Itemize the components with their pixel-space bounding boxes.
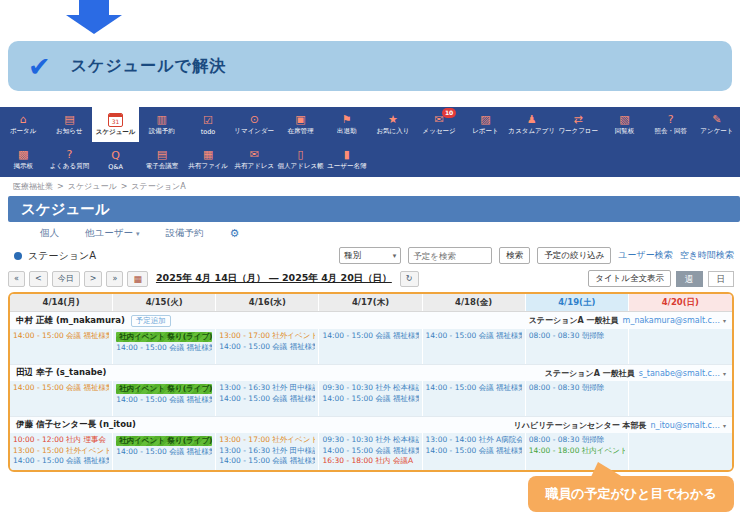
schedule-entry[interactable]: 14:00 - 15:00 会議 福祉様業務内容… bbox=[13, 383, 109, 394]
nav-item-circular[interactable]: ▧回覧板 bbox=[601, 107, 647, 142]
calendar-cell[interactable]: 09:30 - 10:30 社外 松本様訪問14:00 - 15:00 会議 福… bbox=[319, 433, 422, 471]
nav-item-custom-app[interactable]: ♟カスタムアプリ bbox=[509, 107, 556, 142]
schedule-entry[interactable]: 14:00 - 15:00 会議 福祉様業務内容… bbox=[116, 395, 212, 406]
week-view-button[interactable]: 週 bbox=[676, 271, 703, 287]
refresh-button[interactable]: ↻ bbox=[400, 271, 419, 287]
add-schedule-button[interactable]: 予定追加 bbox=[131, 315, 171, 327]
day-header[interactable]: 4/16(水) bbox=[216, 294, 319, 311]
calendar-cell[interactable]: 13:00 - 17:00 社外イベント 合同説…13:00 - 16:30 社… bbox=[216, 433, 319, 471]
schedule-entry[interactable]: 14:00 - 15:00 会議 福祉様業務内容… bbox=[219, 342, 315, 353]
calendar-cell[interactable]: 社内イベント 祭り(ライブ)14:00 - 15:00 会議 福祉様業務内容… bbox=[113, 381, 216, 416]
schedule-entry[interactable]: 09:30 - 10:30 社外 松本様訪問 bbox=[322, 383, 418, 394]
schedule-entry[interactable]: 16:30 - 18:00 社内 会議A bbox=[322, 456, 418, 467]
schedule-entry[interactable]: 14:00 - 15:00 会議 福祉様業務内容… bbox=[13, 456, 109, 467]
schedule-entry[interactable]: 10:00 - 12:00 社内 理事会 bbox=[13, 435, 109, 446]
schedule-search-input[interactable] bbox=[408, 247, 492, 264]
day-header[interactable]: 4/19(土) bbox=[526, 294, 629, 311]
breadcrumb-item-station[interactable]: ステーションA bbox=[131, 182, 185, 191]
schedule-entry[interactable]: 14:00 - 15:00 会議 福祉様業務内容… bbox=[219, 394, 315, 405]
day-header[interactable]: 4/15(火) bbox=[113, 294, 216, 311]
nav-item-personal-address-book[interactable]: ▯個人アドレス帳 bbox=[278, 142, 324, 177]
schedule-entry[interactable]: 14:00 - 15:00 会議 福祉様業務内容… bbox=[116, 447, 212, 458]
schedule-entry[interactable]: 09:30 - 10:30 社外 松本様訪問 bbox=[322, 435, 418, 446]
nav-item-inquiry-answer[interactable]: ?照会・回答 bbox=[648, 107, 694, 142]
all-day-event-banner[interactable]: 社内イベント 祭り(ライブ) bbox=[116, 436, 212, 446]
schedule-entry[interactable]: 14:00 - 15:00 会議 福祉様業務内容… bbox=[13, 331, 109, 342]
filter-schedules-button[interactable]: 予定の絞り込み bbox=[537, 247, 611, 264]
schedule-entry[interactable]: 08:00 - 08:30 朝掃除 bbox=[529, 435, 625, 446]
schedule-entry[interactable]: 13:00 - 14:00 社外 A病院会議 bbox=[426, 435, 522, 446]
schedule-entry[interactable]: 08:00 - 08:30 朝掃除 bbox=[529, 383, 625, 394]
member-email-link[interactable]: s_tanabe@smalt.c… bbox=[639, 369, 720, 378]
schedule-entry[interactable]: 14:00 - 15:00 会議 福祉様業務内容… bbox=[426, 446, 522, 457]
schedule-entry[interactable]: 14:00 - 15:00 会議 福祉様業務内容… bbox=[426, 331, 522, 342]
schedule-entry[interactable]: 14:00 - 15:00 会議 福祉様業務内容… bbox=[322, 446, 418, 457]
nav-item-schedule[interactable]: 31スケジュール bbox=[92, 107, 138, 142]
tab-facility-reservation[interactable]: 設備予約 bbox=[165, 227, 203, 240]
calendar-cell[interactable] bbox=[629, 329, 732, 364]
all-day-event-banner[interactable]: 社内イベント 祭り(ライブ) bbox=[116, 332, 212, 342]
free-time-search-link[interactable]: 空き時間検索 bbox=[680, 249, 734, 262]
nav-item-faq[interactable]: ?よくある質問 bbox=[46, 142, 92, 177]
schedule-entry[interactable]: 14:00 - 15:00 会議 福祉様業務内容… bbox=[219, 456, 315, 467]
nav-item-e-meeting-room[interactable]: ▤電子会議室 bbox=[139, 142, 185, 177]
calendar-picker-button[interactable]: ▦ bbox=[127, 271, 148, 287]
schedule-entry[interactable]: 13:00 - 17:00 社外イベント 合同説… bbox=[219, 435, 315, 446]
nav-item-bulletin-board[interactable]: ▩掲示板 bbox=[0, 142, 46, 177]
nav-item-user-directory[interactable]: ▮ユーザー名簿 bbox=[324, 142, 370, 177]
nav-item-news[interactable]: ▤お知らせ bbox=[46, 107, 92, 142]
tab-personal[interactable]: 個人 bbox=[40, 227, 59, 240]
schedule-entry[interactable]: 14:00 - 15:00 会議 福祉様業務内容… bbox=[426, 383, 522, 394]
user-search-link[interactable]: ユーザー検索 bbox=[618, 249, 672, 262]
schedule-entry[interactable]: 14:00 - 18:00 社内イベント 避難訓練 bbox=[529, 446, 625, 457]
schedule-entry[interactable]: 13:00 - 16:30 社外 田中様訪問 bbox=[219, 446, 315, 457]
calendar-cell[interactable]: 13:00 - 16:30 社外 田中様訪問14:00 - 15:00 会議 福… bbox=[216, 381, 319, 416]
day-header[interactable]: 4/14(月) bbox=[10, 294, 113, 311]
calendar-cell[interactable]: 09:30 - 10:30 社外 松本様訪問14:00 - 15:00 会議 福… bbox=[319, 381, 422, 416]
calendar-cell[interactable]: 14:00 - 15:00 会議 福祉様業務内容… bbox=[319, 329, 422, 364]
schedule-entry[interactable]: 13:00 - 15:00 社外イベント 合同会… bbox=[13, 446, 109, 457]
calendar-cell[interactable]: 08:00 - 08:30 朝掃除 bbox=[526, 329, 629, 364]
nav-item-report[interactable]: ▨レポート bbox=[462, 107, 508, 142]
day-header[interactable]: 4/18(金) bbox=[423, 294, 526, 311]
jump-prev-week-button[interactable]: « bbox=[8, 271, 25, 287]
nav-item-favorites[interactable]: ★お気に入り bbox=[370, 107, 416, 142]
calendar-cell[interactable]: 14:00 - 15:00 会議 福祉様業務内容… bbox=[423, 381, 526, 416]
nav-item-shared-files[interactable]: ▦共有ファイル bbox=[185, 142, 231, 177]
schedule-entry[interactable]: 14:00 - 15:00 会議 福祉様業務内容… bbox=[322, 331, 418, 342]
calendar-cell[interactable]: 14:00 - 15:00 会議 福祉様業務内容… bbox=[423, 329, 526, 364]
calendar-cell[interactable]: 社内イベント 祭り(ライブ)14:00 - 15:00 会議 福祉様業務内容… bbox=[113, 433, 216, 471]
schedule-entry[interactable]: 14:00 - 15:00 会議 福祉様業務内容… bbox=[116, 343, 212, 354]
schedule-entry[interactable]: 14:00 - 15:00 会議 福祉様業務内容… bbox=[322, 394, 418, 405]
calendar-cell[interactable]: 社内イベント 祭り(ライブ)14:00 - 15:00 会議 福祉様業務内容… bbox=[113, 329, 216, 364]
category-select[interactable]: 種別 ▾ bbox=[339, 247, 401, 264]
schedule-entry[interactable]: 08:00 - 08:30 朝掃除 bbox=[529, 331, 625, 342]
nav-item-seat-management[interactable]: ▣在席管理 bbox=[277, 107, 323, 142]
nav-item-qa[interactable]: QQ&A bbox=[93, 142, 139, 177]
calendar-cell[interactable] bbox=[629, 433, 732, 471]
calendar-cell[interactable]: 14:00 - 15:00 会議 福祉様業務内容… bbox=[10, 329, 113, 364]
calendar-cell[interactable]: 13:00 - 17:00 社外イベント 合同説…14:00 - 15:00 会… bbox=[216, 329, 319, 364]
chevron-down-icon[interactable]: ▾ bbox=[723, 317, 726, 324]
day-header[interactable]: 4/20(日) bbox=[629, 294, 732, 311]
nav-item-survey[interactable]: ✎アンケート bbox=[694, 107, 740, 142]
today-button[interactable]: 今日 bbox=[52, 271, 80, 287]
all-day-event-banner[interactable]: 社内イベント 祭り(ライブ) bbox=[116, 384, 212, 394]
calendar-cell[interactable]: 13:00 - 14:00 社外 A病院会議14:00 - 15:00 会議 福… bbox=[423, 433, 526, 471]
nav-item-reminder[interactable]: ⊙リマインダー bbox=[231, 107, 277, 142]
calendar-cell[interactable]: 08:00 - 08:30 朝掃除 bbox=[526, 381, 629, 416]
nav-item-messages[interactable]: ✉メッセージ10 bbox=[416, 107, 462, 142]
next-button[interactable]: > bbox=[84, 271, 103, 287]
day-header[interactable]: 4/17(木) bbox=[319, 294, 422, 311]
breadcrumb-item-industry[interactable]: 医療福祉業 bbox=[13, 182, 53, 191]
nav-item-workflow[interactable]: ⇄ワークフロー bbox=[555, 107, 601, 142]
breadcrumb-item-schedule[interactable]: スケジュール bbox=[68, 182, 117, 191]
date-range-label[interactable]: 2025年 4月 14日（月） ― 2025年 4月 20日（日） bbox=[156, 272, 392, 285]
nav-item-facility-reservation[interactable]: ▥設備予約 bbox=[139, 107, 185, 142]
jump-next-week-button[interactable]: » bbox=[106, 271, 123, 287]
member-email-link[interactable]: n_itou@smalt.c… bbox=[650, 421, 720, 430]
schedule-entry[interactable]: 13:00 - 17:00 社外イベント 合同説… bbox=[219, 331, 315, 342]
schedule-entry[interactable]: 13:00 - 16:30 社外 田中様訪問 bbox=[219, 383, 315, 394]
chevron-down-icon[interactable]: ▾ bbox=[723, 422, 726, 429]
prev-button[interactable]: < bbox=[29, 271, 48, 287]
